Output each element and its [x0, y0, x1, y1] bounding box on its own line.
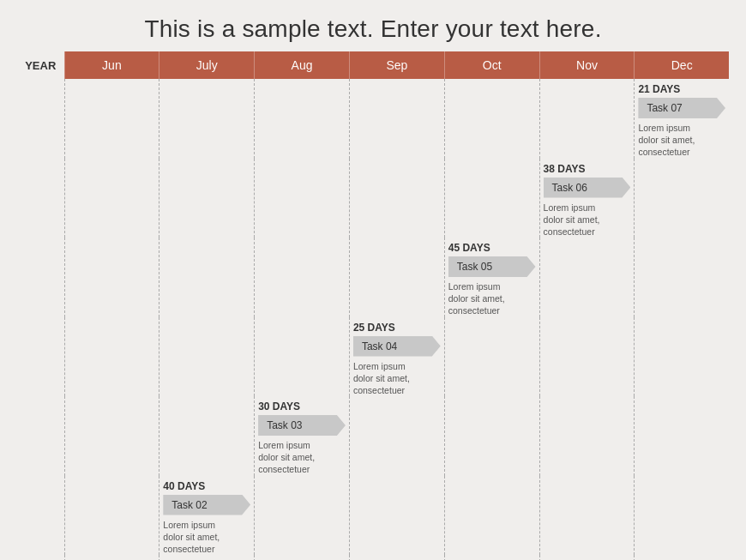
task03-desc: Lorem ipsumdolor sit amet,consectetuer	[258, 439, 346, 476]
month-nov: Nov	[539, 51, 635, 79]
task07-desc: Lorem ipsumdolor sit amet,consectetuer	[638, 122, 725, 159]
task05-days: 45 DAYS	[448, 242, 536, 254]
task04-arrow: Task 04	[353, 336, 441, 357]
table-row: 25 DAYS Task 04 Lorem ipsumdolor sit ame…	[17, 317, 729, 397]
month-july: July	[159, 51, 255, 79]
task05-arrow: Task 05	[448, 256, 536, 277]
table-row: 20 DAYS Task 01 Lorem ipsumdolor sit ame…	[17, 555, 729, 560]
task06-cell: 38 DAYS Task 06 Lorem ipsumdolor sit ame…	[539, 159, 635, 238]
task02-days: 40 DAYS	[163, 480, 250, 492]
table-row: 21 DAYS Task 07 Lorem ipsumdolor sit ame…	[17, 79, 729, 159]
header-row: YEAR Jun July Aug Sep Oct Nov Dec	[17, 51, 729, 79]
task04-cell: 25 DAYS Task 04 Lorem ipsumdolor sit ame…	[349, 317, 444, 397]
table-row: 38 DAYS Task 06 Lorem ipsumdolor sit ame…	[17, 159, 729, 238]
task07-arrow: Task 07	[638, 98, 725, 118]
task06-days: 38 DAYS	[544, 163, 631, 175]
month-dec: Dec	[635, 51, 729, 79]
month-jun: Jun	[64, 51, 159, 79]
task02-cell: 40 DAYS Task 02 Lorem ipsumdolor sit ame…	[159, 476, 255, 556]
task04-desc: Lorem ipsumdolor sit amet,consectetuer	[353, 360, 441, 397]
month-oct: Oct	[444, 51, 539, 79]
main-container: This is a sample text. Enter your text h…	[0, 0, 746, 560]
task06-desc: Lorem ipsumdolor sit amet,consectetuer	[544, 202, 631, 238]
task03-days: 30 DAYS	[258, 400, 346, 412]
year-cell: YEAR	[17, 51, 64, 79]
gantt-table: YEAR Jun July Aug Sep Oct Nov Dec	[17, 51, 729, 560]
gantt-wrapper: YEAR Jun July Aug Sep Oct Nov Dec	[0, 51, 746, 560]
task06-arrow: Task 06	[544, 178, 631, 198]
task05-cell: 45 DAYS Task 05 Lorem ipsumdolor sit ame…	[444, 238, 539, 317]
task07-cell: 21 DAYS Task 07 Lorem ipsumdolor sit ame…	[635, 79, 729, 159]
task05-desc: Lorem ipsumdolor sit amet,consectetuer	[448, 280, 536, 317]
task02-desc: Lorem ipsumdolor sit amet,consectetuer	[163, 519, 250, 556]
task03-arrow: Task 03	[258, 415, 346, 436]
task04-days: 25 DAYS	[353, 322, 441, 334]
table-row: 30 DAYS Task 03 Lorem ipsumdolor sit ame…	[17, 396, 729, 476]
task02-arrow: Task 02	[163, 495, 250, 515]
month-aug: Aug	[255, 51, 350, 79]
table-row: 45 DAYS Task 05 Lorem ipsumdolor sit ame…	[17, 238, 729, 317]
task01-cell: 20 DAYS Task 01 Lorem ipsumdolor sit ame…	[64, 555, 159, 560]
task03-cell: 30 DAYS Task 03 Lorem ipsumdolor sit ame…	[255, 396, 350, 476]
task07-days: 21 DAYS	[638, 83, 725, 95]
page-title: This is a sample text. Enter your text h…	[144, 15, 601, 42]
table-row: 40 DAYS Task 02 Lorem ipsumdolor sit ame…	[17, 476, 729, 556]
title-area: This is a sample text. Enter your text h…	[0, 0, 746, 51]
month-sep: Sep	[349, 51, 444, 79]
